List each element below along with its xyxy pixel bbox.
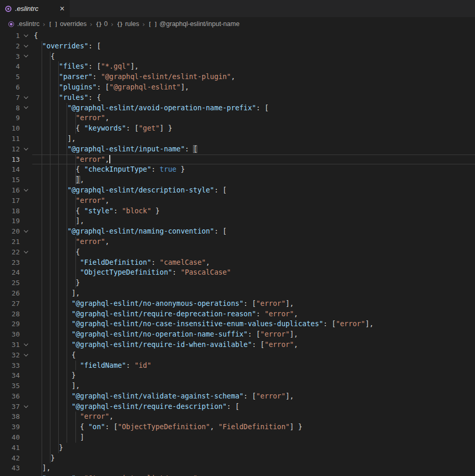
code-line-content[interactable]: "@graphql-eslint/require-deprecation-rea… — [32, 309, 475, 319]
chevron-down-icon[interactable] — [20, 340, 32, 350]
code-line[interactable]: 16"@graphql-eslint/description-style": [ — [0, 185, 475, 196]
code-line-content[interactable]: { — [32, 247, 475, 258]
code-line[interactable]: 26], — [0, 288, 475, 299]
chevron-down-icon[interactable] — [20, 226, 32, 237]
code-line-content[interactable]: } — [32, 443, 475, 453]
tab-eslintrc[interactable]: .eslintrc × — [0, 0, 70, 17]
editor[interactable]: 1{2"overrides": [3{4"files": ["*.gql"],5… — [0, 31, 475, 476]
code-line-content[interactable]: "@graphql-eslint/description-style": [ — [32, 185, 475, 196]
code-line-content[interactable]: ], — [32, 288, 475, 299]
code-line-content[interactable]: "parser": "@graphql-eslint/eslint-plugin… — [32, 72, 475, 82]
code-line[interactable]: 24"ObjectTypeDefinition": "PascalCase" — [0, 267, 475, 278]
code-line[interactable]: 39{ "on": ["ObjectTypeDefinition", "Fiel… — [0, 422, 475, 432]
chevron-down-icon[interactable] — [20, 31, 32, 41]
code-line[interactable]: 27"@graphql-eslint/no-anonymous-operatio… — [0, 299, 475, 309]
code-line[interactable]: 2"overrides": [ — [0, 41, 475, 52]
code-line-content[interactable]: ], — [32, 463, 475, 473]
code-line[interactable]: 21"error", — [0, 237, 475, 247]
code-line[interactable]: 31"@graphql-eslint/require-id-when-avail… — [0, 340, 475, 350]
breadcrumb-item-file[interactable]: .eslintrc — [8, 20, 40, 28]
code-line-content[interactable]: "@graphql-eslint/avoid-operation-name-pr… — [32, 103, 475, 113]
code-line-content[interactable]: "ObjectTypeDefinition": "PascalCase" — [32, 267, 475, 278]
code-line-content[interactable]: ], — [32, 175, 475, 185]
code-line[interactable]: 36"@graphql-eslint/validate-against-sche… — [0, 391, 475, 402]
code-line[interactable]: 29"@graphql-eslint/no-case-insensitive-e… — [0, 319, 475, 329]
code-line-content[interactable]: "@graphql-eslint/no-case-insensitive-enu… — [32, 319, 475, 329]
code-line-content[interactable]: "error", — [32, 196, 475, 206]
code-line-content[interactable]: "@graphql-eslint/naming-convention": [ — [32, 226, 475, 237]
code-line[interactable]: 28"@graphql-eslint/require-deprecation-r… — [0, 309, 475, 319]
chevron-down-icon[interactable] — [20, 247, 32, 258]
code-line[interactable]: 33"fieldName": "id" — [0, 361, 475, 371]
breadcrumb-item[interactable]: {}0 — [96, 20, 108, 28]
code-line[interactable]: 20"@graphql-eslint/naming-convention": [ — [0, 226, 475, 237]
code-line[interactable]: 22{ — [0, 247, 475, 258]
code-line[interactable]: 38"error", — [0, 411, 475, 422]
code-line[interactable]: 12"@graphql-eslint/input-name": [ — [0, 144, 475, 155]
code-line-content[interactable]: ], — [32, 134, 475, 144]
code-line-content[interactable]: "error", — [32, 237, 475, 247]
code-line-content[interactable]: } — [32, 453, 475, 464]
chevron-down-icon[interactable] — [20, 93, 32, 103]
chevron-down-icon[interactable] — [20, 402, 32, 412]
code-line[interactable]: 14{ "checkInputType": true } — [0, 164, 475, 175]
code-line[interactable]: 4"files": ["*.gql"], — [0, 61, 475, 72]
code-line[interactable]: 42} — [0, 453, 475, 464]
code-line[interactable]: 5"parser": "@graphql-eslint/eslint-plugi… — [0, 72, 475, 82]
code-line[interactable]: 15], — [0, 175, 475, 185]
code-line-content[interactable]: { "checkInputType": true } — [32, 164, 475, 175]
chevron-down-icon[interactable] — [20, 103, 32, 113]
breadcrumb-item[interactable]: {}rules — [117, 20, 139, 28]
code-line[interactable]: 32{ — [0, 350, 475, 361]
code-line-content[interactable]: "error", — [32, 411, 475, 422]
code-line-content[interactable]: "parser": "@typescript-eslint/parser" — [32, 473, 475, 476]
code-line[interactable]: 11], — [0, 134, 475, 144]
code-line-content[interactable]: "overrides": [ — [32, 41, 475, 52]
code-line[interactable]: 43], — [0, 463, 475, 473]
code-line-content[interactable]: { "style": "block" } — [32, 206, 475, 216]
chevron-down-icon[interactable] — [20, 144, 32, 155]
code-line[interactable]: 13"error", — [0, 155, 475, 165]
code-line[interactable]: 37"@graphql-eslint/require-description":… — [0, 402, 475, 412]
code-line[interactable]: 6"plugins": ["@graphql-eslint"], — [0, 82, 475, 93]
close-icon[interactable]: × — [58, 4, 67, 14]
breadcrumb-item[interactable]: [ ]@graphql-eslint/input-name — [148, 20, 240, 28]
code-line-content[interactable]: } — [32, 278, 475, 288]
code-line-content[interactable]: "@graphql-eslint/require-description": [ — [32, 402, 475, 412]
code-line[interactable]: 19], — [0, 216, 475, 226]
code-line[interactable]: 3{ — [0, 52, 475, 62]
code-line-content[interactable]: ] — [32, 432, 475, 443]
code-line[interactable]: 23"FieldDefinition": "camelCase", — [0, 258, 475, 268]
code-line-content[interactable]: { — [32, 350, 475, 361]
code-line[interactable]: 25} — [0, 278, 475, 288]
code-line-content[interactable]: } — [32, 370, 475, 381]
code-line-content[interactable]: ], — [32, 381, 475, 391]
code-line[interactable]: 9"error", — [0, 113, 475, 123]
code-line[interactable]: 18{ "style": "block" } — [0, 206, 475, 216]
code-line[interactable]: 7"rules": { — [0, 93, 475, 103]
breadcrumb-item[interactable]: [ ]overrides — [48, 20, 86, 28]
code-line[interactable]: 44"parser": "@typescript-eslint/parser" — [0, 473, 475, 476]
code-line[interactable]: 30"@graphql-eslint/no-operation-name-suf… — [0, 329, 475, 340]
code-line-content[interactable]: "@graphql-eslint/require-id-when-availab… — [32, 340, 475, 350]
chevron-down-icon[interactable] — [20, 350, 32, 361]
code-line[interactable]: 34} — [0, 370, 475, 381]
code-line-content[interactable]: "@graphql-eslint/validate-against-schema… — [32, 391, 475, 402]
code-line-content[interactable]: "rules": { — [32, 93, 475, 103]
chevron-down-icon[interactable] — [20, 41, 32, 52]
code-line[interactable]: 8"@graphql-eslint/avoid-operation-name-p… — [0, 103, 475, 113]
code-line-content[interactable]: "files": ["*.gql"], — [32, 61, 475, 72]
code-line-content[interactable]: "@graphql-eslint/no-operation-name-suffi… — [32, 329, 475, 340]
chevron-down-icon[interactable] — [20, 185, 32, 196]
code-line[interactable]: 40] — [0, 432, 475, 443]
code-line-content[interactable]: "@graphql-eslint/input-name": [ — [32, 144, 475, 155]
code-line[interactable]: 17"error", — [0, 196, 475, 206]
code-line[interactable]: 10{ "keywords": ["get"] } — [0, 123, 475, 134]
code-line-content[interactable]: { "on": ["ObjectTypeDefinition", "FieldD… — [32, 422, 475, 432]
code-line-content[interactable]: "FieldDefinition": "camelCase", — [32, 258, 475, 268]
code-line[interactable]: 35], — [0, 381, 475, 391]
code-line[interactable]: 41} — [0, 443, 475, 453]
code-line-content[interactable]: { "keywords": ["get"] } — [32, 123, 475, 134]
code-line-content[interactable]: ], — [32, 216, 475, 226]
code-line-content[interactable]: "error", — [32, 155, 475, 165]
